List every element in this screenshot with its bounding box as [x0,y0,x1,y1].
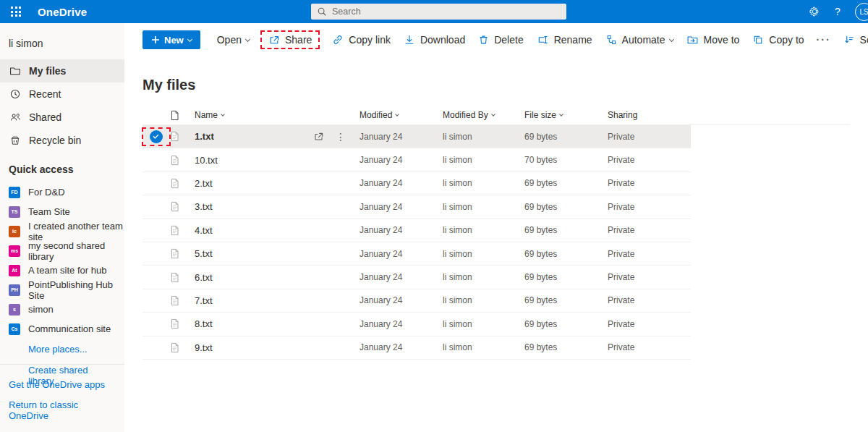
app-title: OneDrive [38,6,87,18]
sharing-cell: Private [608,202,693,212]
sidebar-item-site[interactable]: TS Team Site [0,202,124,221]
rename-icon [537,34,549,46]
table-row[interactable]: 8.txt January 24 li simon 69 bytes Priva… [142,313,691,336]
sidebar-item-label: My files [29,65,66,77]
file-name[interactable]: 8.txt [195,318,313,329]
file-name[interactable]: 4.txt [195,225,313,236]
column-header-modified[interactable]: Modified [359,110,443,120]
move-to-icon [686,34,699,46]
file-name[interactable]: 9.txt [195,342,313,353]
sharing-cell: Private [608,272,693,282]
table-row[interactable]: 4.txt January 24 li simon 69 bytes Priva… [142,219,691,242]
column-header-modified-by[interactable]: Modified By [443,110,524,120]
share-row-icon[interactable] [313,131,324,142]
file-name[interactable]: 2.txt [195,178,313,189]
modified-by-cell: li simon [443,319,524,329]
sidebar-item-my-files[interactable]: My files [0,59,124,82]
waffle-icon [11,7,21,17]
table-row[interactable]: 6.txt January 24 li simon 69 bytes Priva… [142,266,691,289]
open-button[interactable]: Open [210,32,256,48]
sidebar-item-site[interactable]: s simon [0,300,124,319]
text-file-icon [170,201,179,212]
site-badge: Cs [9,323,20,335]
search-box[interactable] [311,4,566,20]
sidebar-item-recycle-bin[interactable]: Recycle bin [0,129,124,152]
sidebar-item-site[interactable]: PH PointPublishing Hub Site [0,280,124,300]
search-input[interactable] [332,7,535,17]
column-header-sharing[interactable]: Sharing [608,110,693,120]
share-button[interactable]: Share [260,30,320,49]
file-name[interactable]: 6.txt [195,272,313,283]
download-icon [404,34,415,46]
help-icon[interactable]: ? [826,0,849,23]
automate-label: Automate [622,34,665,46]
table-row[interactable]: 10.txt January 24 li simon 70 bytes Priv… [142,148,691,171]
sidebar-item-site[interactable]: Ic I created another team site [0,221,124,241]
file-name[interactable]: 5.txt [195,248,313,259]
file-name[interactable]: 7.txt [195,295,313,306]
column-header-file-size[interactable]: File size [524,110,608,120]
more-commands-button[interactable]: ··· [811,32,837,48]
site-label: simon [28,304,54,315]
text-file-icon [170,272,179,283]
table-row[interactable]: 5.txt January 24 li simon 69 bytes Priva… [142,242,691,266]
sidebar-item-site[interactable]: ms my second shared library [0,241,124,261]
table-row[interactable]: 7.txt January 24 li simon 69 bytes Priva… [142,289,691,313]
more-places-link[interactable]: More places... [0,339,124,360]
chevron-down-icon [559,112,563,117]
sidebar-footer: Get the OneDrive apps Return to classic … [0,364,124,432]
more-actions-icon[interactable]: ⋮ [336,132,346,142]
table-row[interactable]: 3.txt January 24 li simon 69 bytes Priva… [142,195,691,219]
sidebar-item-site[interactable]: Cs Communication site [0,319,124,339]
download-button[interactable]: Download [397,32,472,48]
sidebar-item-recent[interactable]: Recent [0,82,124,106]
modified-cell: January 24 [359,272,443,282]
new-button[interactable]: New [142,30,200,49]
modified-cell: January 24 [359,178,443,188]
main-area: New Open Share Copy link Download [124,23,868,432]
modified-by-cell: li simon [443,225,524,235]
sidebar-item-site[interactable]: At A team site for hub [0,261,124,280]
table-row[interactable]: 1.txt ⋮ January 24 li simon 69 bytes Pri… [142,125,691,148]
settings-gear-icon[interactable] [803,0,826,23]
return-classic-link[interactable]: Return to classic OneDrive [0,395,124,426]
table-row[interactable]: 9.txt January 24 li simon 69 bytes Priva… [142,336,691,360]
sidebar-user-name: li simon [0,32,124,59]
table-row[interactable]: 2.txt January 24 li simon 69 bytes Priva… [142,172,691,195]
modified-cell: January 24 [359,295,443,305]
sidebar-item-site[interactable]: FD For D&D [0,182,124,202]
file-name[interactable]: 3.txt [195,201,313,212]
sidebar-item-label: Recycle bin [29,135,81,146]
automate-button[interactable]: Automate [599,32,680,48]
modified-by-cell: li simon [443,295,524,305]
command-bar: New Open Share Copy link Download [142,29,868,51]
file-size-cell: 69 bytes [524,249,608,259]
avatar[interactable]: LS [855,3,868,21]
clock-icon [9,88,22,101]
rename-button[interactable]: Rename [530,32,599,48]
page-title: My files [142,77,868,93]
file-size-cell: 69 bytes [524,272,608,282]
file-name[interactable]: 10.txt [195,155,313,166]
file-name[interactable]: 1.txt [195,131,313,142]
site-label: For D&D [28,187,65,198]
top-app-bar: OneDrive ? LS [0,0,868,23]
move-to-button[interactable]: Move to [680,32,746,48]
quick-access-heading: Quick access [0,152,124,182]
link-icon [332,34,344,46]
file-size-cell: 69 bytes [524,178,608,188]
copy-link-button[interactable]: Copy link [326,32,397,48]
modified-by-cell: li simon [443,272,524,282]
sidebar-item-shared[interactable]: Shared [0,106,124,129]
selected-checkbox[interactable] [150,130,163,143]
delete-button[interactable]: Delete [472,32,529,48]
app-launcher-icon[interactable] [4,0,27,23]
copy-to-button[interactable]: Copy to [746,32,810,48]
site-badge: FD [9,187,20,198]
recycle-bin-icon [9,134,22,147]
sharing-cell: Private [608,225,693,235]
column-header-name[interactable]: Name [195,110,313,120]
selection-highlight-box [142,127,171,146]
sort-button[interactable]: Sort [837,32,868,48]
get-onedrive-apps-link[interactable]: Get the OneDrive apps [0,375,124,395]
